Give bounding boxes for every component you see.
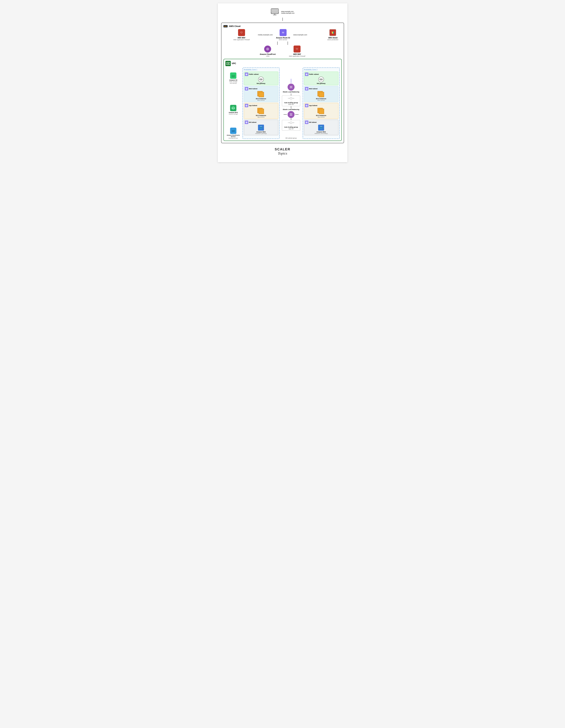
svg-marker-33 xyxy=(261,79,262,80)
az1-public-subnet: Public subnet xyxy=(244,72,278,85)
az1-web-subnet-label: Web Subnet xyxy=(249,88,257,90)
branding-scaler: SCALER xyxy=(221,147,344,151)
svg-text:🔰: 🔰 xyxy=(331,31,334,34)
auto-scaling-web-label: Auto Scaling group xyxy=(283,102,299,104)
az2-rds-label: Amazon RDS xyxy=(316,131,326,133)
elb2-label-text: Elastic Load Balancing xyxy=(283,109,299,110)
svg-point-22 xyxy=(232,76,235,77)
az1-web-subnet: Web Subnet EC2 Instances Web servers xyxy=(244,86,278,102)
vpc-area: VPC Ama xyxy=(223,59,342,141)
az2-web-subnet-label: Web Subnet xyxy=(309,88,318,90)
az2-label: Availability Zone 2 xyxy=(304,69,338,71)
az2-app-subnet-icon xyxy=(305,104,308,107)
az1-db-subnet-label: DB Subnet xyxy=(249,121,257,123)
az1-rds-label: Amazon RDS xyxy=(256,131,266,133)
waf-right-service: 🛡 AWS WAF Web Application Firewall xyxy=(289,46,305,57)
branding: SCALER Topics xyxy=(221,147,344,156)
media-url-label: media.example.com xyxy=(258,34,273,36)
db-subnet-group-label: DB subnet group xyxy=(285,137,297,139)
az1-app-subnet-icon xyxy=(245,104,248,107)
page-container: www.example.com media.example.com aws AW… xyxy=(218,3,347,162)
svg-point-56 xyxy=(292,113,292,114)
az1-app-ec2-icon xyxy=(257,108,265,114)
svg-text:🛡: 🛡 xyxy=(240,31,243,34)
svg-rect-30 xyxy=(246,74,247,75)
left-services: Amazon S3 Static storage and backup EFS … xyxy=(225,67,241,139)
svg-point-47 xyxy=(291,87,291,87)
az1-app-ec2-label: EC2 Instances xyxy=(256,115,266,116)
svg-rect-68 xyxy=(306,105,307,106)
az2-public-subnet: Public subnet xyxy=(304,72,338,85)
svg-rect-38 xyxy=(246,105,247,106)
az1-public-subnet-label: Public subnet xyxy=(249,73,259,75)
svg-point-57 xyxy=(290,115,290,116)
az2-db-subnet: DB Subnet xyxy=(304,120,338,135)
svg-point-50 xyxy=(290,88,290,88)
waf-left-service: 🛡 AWS WAF Web Application Firewall xyxy=(233,29,250,41)
az2-web-ec2-sub: Web servers xyxy=(317,100,325,101)
elb1: Elastic Load Balancing xyxy=(282,83,300,94)
svg-point-44 xyxy=(260,126,262,127)
az2-public-subnet-label: Public subnet xyxy=(309,73,319,75)
az1-app-subnet: App Subnet EC2 Instances App servers xyxy=(244,103,278,119)
svg-point-21 xyxy=(232,74,235,75)
az1-db-subnet-icon xyxy=(245,121,248,124)
svg-rect-40 xyxy=(246,122,247,123)
vpc-label: VPC xyxy=(232,62,236,65)
elb2-row xyxy=(284,111,299,118)
az1-web-ec2-icon xyxy=(257,91,265,97)
az2-web-ec2-label: EC2 Instances xyxy=(316,98,326,100)
auto-scaling-app-sub: App tier xyxy=(283,128,299,130)
az2-app-ec2-label: EC2 Instances xyxy=(316,115,326,116)
az1-db-subnet: DB Subnet xyxy=(244,120,278,135)
az1-nat-icon xyxy=(258,77,264,82)
svg-marker-63 xyxy=(321,79,322,80)
svg-point-74 xyxy=(320,126,322,127)
vpc-icon xyxy=(225,61,231,66)
auto-scaling-web: →□← ↓ Auto Scaling group Web tier xyxy=(282,96,300,106)
auto-scaling-app: →□← ↓ Auto Scaling group App tier xyxy=(282,120,300,131)
az1-web-ec2-label: EC2 Instances xyxy=(256,98,266,100)
svg-point-51 xyxy=(292,88,292,88)
top-section: www.example.com media.example.com xyxy=(221,8,344,21)
az2-app-ec2-sub: App servers xyxy=(318,116,325,118)
svg-point-54 xyxy=(291,114,291,115)
az1-app-ec2-sub: App servers xyxy=(257,116,265,118)
aws-cloud: aws AWS Cloud 🛡 xyxy=(221,23,344,143)
www-url-label: www.example.com xyxy=(293,34,307,36)
svg-rect-66 xyxy=(306,89,307,89)
cloudfront-service: Amazon CloudFront CDN xyxy=(260,46,276,57)
az2-db-subnet-icon xyxy=(305,121,308,124)
center-col: Elastic Load Balancing →□← ↓ Auto Scalin… xyxy=(280,67,302,139)
svg-point-73 xyxy=(320,128,322,129)
svg-rect-36 xyxy=(246,89,247,89)
svg-point-11 xyxy=(267,49,268,49)
aws-cloud-header: aws AWS Cloud xyxy=(223,25,342,27)
az1: Availability Zone 1 Public subnet xyxy=(243,67,280,139)
az2-app-subnet: App Subnet EC2 Instances App servers xyxy=(304,103,338,119)
az2-db-subnet-label: DB Subnet xyxy=(309,121,317,123)
user-urls: www.example.com media.example.com xyxy=(281,11,295,14)
az2-web-subnet: Web Subnet EC2 Instances Web servers xyxy=(304,86,338,102)
s3-label: Amazon S3 xyxy=(229,79,237,81)
svg-rect-4 xyxy=(272,9,278,12)
svg-text:EFS: EFS xyxy=(232,107,235,109)
az2-rds-sub: Database (secondary) xyxy=(315,133,328,134)
az2-web-ec2-icon xyxy=(317,91,325,97)
elasticache-label: Amazon ElastiCache Service xyxy=(225,134,241,137)
svg-text:🛡: 🛡 xyxy=(296,48,298,50)
efs-label: Amazon EFS xyxy=(229,112,238,113)
efs-service: EFS Amazon EFS Shared storage xyxy=(225,105,241,115)
svg-text:53: 53 xyxy=(282,32,284,34)
auto-scaling-app-label: Auto Scaling group xyxy=(283,126,299,128)
az1-web-ec2-sub: Web servers xyxy=(257,100,265,101)
svg-point-28 xyxy=(234,130,235,130)
route53-service: 53 Amazon Route 53 DNS service xyxy=(276,29,290,41)
az2: Availability Zone 2 Public subnet xyxy=(303,67,340,139)
az2-rds-icon xyxy=(318,125,324,131)
az2-nat-icon xyxy=(318,77,324,82)
svg-point-43 xyxy=(260,128,262,129)
az2-app-subnet-label: App Subnet xyxy=(309,105,317,106)
az1-web-subnet-icon xyxy=(245,87,248,90)
svg-point-58 xyxy=(292,115,292,116)
